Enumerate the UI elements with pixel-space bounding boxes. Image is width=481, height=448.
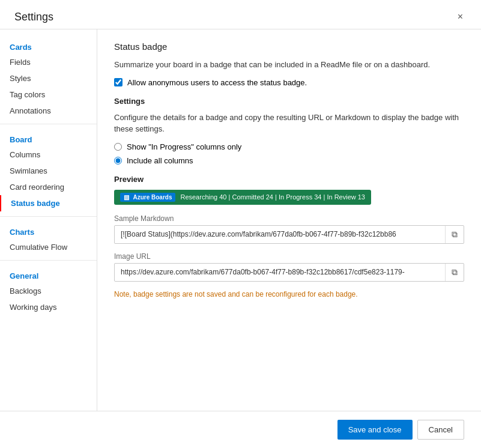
page-title: Status badge [114,41,464,52]
cancel-button[interactable]: Cancel [417,420,464,440]
preview-heading: Preview [114,175,464,184]
sidebar-item-fields[interactable]: Fields [0,54,97,70]
note-text: Note, badge settings are not saved and c… [114,290,464,298]
sidebar-item-working-days[interactable]: Working days [0,299,97,315]
sidebar-item-styles[interactable]: Styles [0,70,97,86]
badge-preview: ▧ Azure Boards Researching 40 | Committe… [114,190,371,205]
sidebar-divider-2 [0,216,97,217]
sidebar-section-board[interactable]: Board [0,129,97,147]
image-url-label: Image URL [114,252,464,261]
sidebar-item-backlogs[interactable]: Backlogs [0,283,97,299]
dialog-header: Settings × [0,0,481,29]
copy-markdown-button[interactable]: ⧉ [445,226,464,243]
sample-markdown-group: Sample Markdown ⧉ [114,214,464,244]
sidebar-item-card-reordering[interactable]: Card reordering [0,179,97,195]
anonymous-label: Allow anonymous users to access the stat… [127,78,307,87]
description-text: Summarize your board in a badge that can… [114,59,464,71]
settings-dialog: Settings × Cards Fields Styles Tag color… [0,0,481,448]
sidebar-section-general[interactable]: General [0,265,97,283]
radio-in-progress-label: Show "In Progress" columns only [127,142,241,151]
settings-description: Configure the details for a badge and co… [114,112,464,135]
sidebar-divider-1 [0,124,97,124]
radio-row-all-columns: Include all columns [114,156,464,165]
sidebar-item-status-badge[interactable]: Status badge [0,195,97,211]
radio-in-progress[interactable] [114,143,122,151]
sidebar-item-cumulative-flow[interactable]: Cumulative Flow [0,239,97,255]
image-url-input[interactable] [115,264,445,280]
radio-all-columns-label: Include all columns [127,156,193,165]
save-and-close-button[interactable]: Save and close [337,420,413,440]
dialog-footer: Save and close Cancel [0,411,481,448]
radio-all-columns[interactable] [114,157,122,165]
sample-markdown-input[interactable] [115,226,445,242]
sidebar: Cards Fields Styles Tag colors Annotatio… [0,29,97,411]
sidebar-section-charts[interactable]: Charts [0,222,97,239]
badge-logo-text: ▧ Azure Boards [120,193,175,202]
settings-heading: Settings [114,97,464,106]
sidebar-item-annotations[interactable]: Annotations [0,103,97,119]
anonymous-checkbox[interactable] [114,78,123,86]
main-content: Status badge Summarize your board in a b… [97,29,481,411]
dialog-title: Settings [14,11,53,23]
dialog-body: Cards Fields Styles Tag colors Annotatio… [0,29,481,411]
anonymous-access-row: Allow anonymous users to access the stat… [114,78,464,87]
badge-status-text: Researching 40 | Committed 24 | In Progr… [180,193,365,201]
sidebar-item-columns[interactable]: Columns [0,147,97,163]
sidebar-item-swimlanes[interactable]: Swimlanes [0,163,97,179]
sidebar-item-tag-colors[interactable]: Tag colors [0,86,97,103]
sample-markdown-label: Sample Markdown [114,214,464,223]
sidebar-section-cards[interactable]: Cards [0,37,97,54]
badge-icon: ▧ [124,194,129,201]
image-url-field-row: ⧉ [114,263,464,282]
radio-group: Show "In Progress" columns only Include … [114,142,464,165]
copy-url-button[interactable]: ⧉ [445,264,464,281]
image-url-group: Image URL ⧉ [114,252,464,282]
radio-row-in-progress: Show "In Progress" columns only [114,142,464,151]
sidebar-divider-3 [0,260,97,261]
sample-markdown-field-row: ⧉ [114,225,464,244]
close-button[interactable]: × [454,10,467,24]
